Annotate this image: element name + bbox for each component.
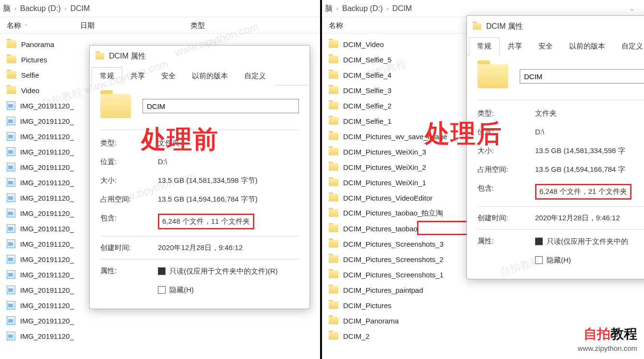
file-name: IMG_20191120_	[20, 132, 74, 141]
file-name: IMG_20191120_	[20, 163, 74, 171]
image-file-icon	[7, 286, 15, 294]
dropdown-icon[interactable]: ⌄	[630, 0, 634, 17]
folder-icon	[329, 271, 338, 278]
value-size: 13.5 GB (14,581,334,598 字节)	[158, 176, 299, 185]
folder-icon	[329, 40, 338, 48]
dialog-titlebar[interactable]: DCIM 属性	[90, 46, 310, 67]
file-name: DCIM_Pictures_Screenshots_3	[343, 240, 443, 248]
image-file-icon	[7, 193, 15, 202]
chevron-right-icon: ›	[336, 0, 338, 17]
col-date[interactable]: 日期	[80, 17, 95, 33]
file-name: DCIM_Selfie_2	[343, 102, 392, 110]
file-name: DCIM_Pictures_taobao	[343, 225, 417, 233]
file-name: Pictures	[21, 56, 47, 64]
after-pane: 脑 › Backup (D:) › DCIM ⌄ 名称 DCIM_VideoDC…	[322, 0, 644, 359]
tab-share[interactable]: 共享	[500, 37, 530, 56]
image-file-icon	[7, 332, 15, 340]
folder-name-input[interactable]	[143, 99, 299, 113]
folder-icon	[329, 56, 338, 63]
folder-icon	[329, 163, 338, 171]
tab-previous-versions[interactable]: 以前的版本	[184, 67, 236, 85]
col-name[interactable]: 名称	[329, 17, 343, 33]
tab-previous-versions[interactable]: 以前的版本	[561, 37, 613, 56]
image-file-icon	[7, 132, 15, 141]
chevron-right-icon: ›	[14, 0, 16, 17]
before-pane: 脑 › Backup (D:) › DCIM 名称˄ 日期 类型 Panoram…	[0, 0, 322, 359]
col-name[interactable]: 名称˄	[7, 17, 27, 33]
folder-icon	[329, 102, 338, 109]
dialog-title: DCIM 属性	[109, 51, 146, 61]
file-name: IMG_20191120_	[20, 194, 74, 202]
checkbox-readonly[interactable]: ■只读(仅应用于文件夹中的	[535, 237, 628, 246]
tab-custom[interactable]: 自定义	[236, 67, 274, 85]
folder-icon	[7, 56, 16, 63]
file-name: Selfie	[21, 71, 39, 79]
tab-general[interactable]: 常规	[92, 67, 122, 85]
file-name: DCIM_Pictures_wv_save_image	[343, 132, 447, 141]
label-contains: 包含:	[100, 214, 158, 229]
folder-icon	[7, 71, 16, 79]
file-name: DCIM_Selfie_3	[343, 86, 392, 95]
chevron-right-icon: ›	[64, 0, 66, 17]
image-file-icon	[7, 101, 15, 110]
folder-icon	[329, 240, 338, 248]
large-folder-icon	[100, 94, 131, 118]
breadcrumb-pc[interactable]: 脑	[3, 0, 11, 17]
checkbox-readonly[interactable]: ■只读(仅应用于文件夹中的文件)(R)	[158, 267, 278, 276]
file-name: DCIM_Pictures_taobao_拍立淘	[343, 209, 443, 218]
folder-icon	[95, 53, 104, 60]
label-type: 类型:	[477, 109, 535, 118]
file-name: DCIM_Pictures_paintpad	[343, 286, 423, 294]
file-name: DCIM_Selfie_1	[343, 117, 392, 125]
folder-icon	[329, 225, 338, 232]
breadcrumb-folder[interactable]: DCIM	[70, 0, 90, 17]
image-file-icon	[7, 316, 15, 325]
file-name: IMG_20191120_	[20, 317, 74, 325]
tab-share[interactable]: 共享	[122, 67, 153, 85]
tab-security[interactable]: 安全	[153, 67, 184, 85]
label-location: 位置:	[100, 157, 158, 167]
file-row[interactable]: DCIM_Pictures_paintpad	[329, 282, 644, 298]
breadcrumb-folder[interactable]: DCIM	[392, 0, 412, 17]
properties-dialog-before: DCIM 属性 常规 共享 安全 以前的版本 自定义 类型:文件夹 位置:D:\…	[89, 45, 310, 309]
breadcrumb-pc[interactable]: 脑	[325, 0, 333, 17]
checkbox-icon: ■	[535, 238, 543, 245]
address-bar[interactable]: 脑 › Backup (D:) › DCIM ⌄	[322, 0, 644, 17]
value-size-on-disk: 13.5 GB (14,594,166,784 字	[535, 165, 644, 174]
tab-custom[interactable]: 自定义	[613, 37, 644, 56]
folder-icon	[7, 40, 16, 48]
value-location: D:\	[535, 128, 644, 137]
label-size: 大小:	[100, 176, 158, 185]
address-bar[interactable]: 脑 › Backup (D:) › DCIM	[0, 0, 320, 17]
breadcrumb-drive[interactable]: Backup (D:)	[342, 0, 382, 17]
folder-icon	[329, 148, 338, 156]
image-file-icon	[7, 224, 15, 233]
file-name: DCIM_Selfie_5	[343, 56, 392, 64]
file-name: DCIM_Pictures_Screenshots_1	[343, 271, 443, 279]
file-row[interactable]: IMG_20191120_	[7, 313, 320, 328]
file-name: IMG_20191120_	[20, 225, 74, 233]
col-type[interactable]: 类型	[191, 17, 205, 33]
checkbox-hidden[interactable]: 隐藏(H)	[158, 286, 194, 295]
label-type: 类型:	[100, 139, 158, 148]
file-name: DCIM_Pictures	[343, 301, 392, 310]
folder-icon	[329, 132, 338, 140]
file-name: IMG_20191120_	[20, 301, 74, 310]
checkbox-hidden[interactable]: 隐藏(H)	[535, 256, 571, 265]
label-size-on-disk: 占用空间:	[100, 195, 158, 204]
breadcrumb-drive[interactable]: Backup (D:)	[20, 0, 60, 17]
file-row[interactable]: DCIM_Pictures	[329, 298, 644, 313]
folder-name-input[interactable]	[520, 69, 644, 84]
file-name: IMG_20191120_	[20, 286, 74, 294]
file-name: IMG_20191120_	[20, 255, 74, 263]
tab-general[interactable]: 常规	[469, 37, 500, 56]
dialog-title: DCIM 属性	[486, 22, 523, 32]
tab-security[interactable]: 安全	[530, 37, 561, 56]
folder-icon	[329, 117, 338, 125]
file-row[interactable]: IMG_20191120_	[7, 328, 320, 344]
checkbox-icon	[158, 286, 166, 294]
dialog-titlebar[interactable]: DCIM 属性	[467, 16, 644, 37]
image-file-icon	[7, 178, 15, 187]
folder-icon	[329, 301, 338, 309]
label-attributes: 属性:	[100, 266, 158, 276]
